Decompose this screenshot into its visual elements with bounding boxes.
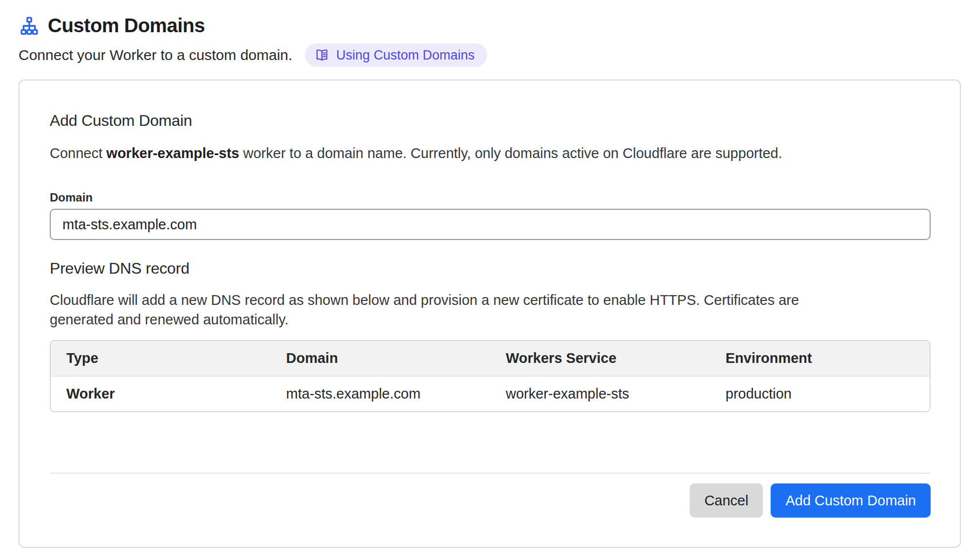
docs-link[interactable]: Using Custom Domains <box>305 43 487 67</box>
book-icon <box>315 48 329 62</box>
column-header-domain: Domain <box>271 341 491 377</box>
cell-environment: production <box>710 377 930 411</box>
column-header-workers-service: Workers Service <box>490 341 710 377</box>
table-header-row: Type Domain Workers Service Environment <box>51 341 930 377</box>
preview-dns-title: Preview DNS record <box>50 260 931 278</box>
sitemap-icon <box>20 16 39 36</box>
title-row: Custom Domains <box>20 15 961 37</box>
action-buttons: Cancel Add Custom Domain <box>50 483 931 518</box>
docs-link-label: Using Custom Domains <box>336 49 475 62</box>
column-header-environment: Environment <box>710 341 930 377</box>
worker-name: worker-example-sts <box>106 145 239 161</box>
table-row: Worker mta-sts.example.com worker-exampl… <box>51 377 930 411</box>
add-custom-domain-button[interactable]: Add Custom Domain <box>771 483 931 518</box>
description-suffix: worker to a domain name. Currently, only… <box>239 145 782 161</box>
page-header: Custom Domains Connect your Worker to a … <box>19 15 961 67</box>
page-subtitle: Connect your Worker to a custom domain. <box>19 47 292 63</box>
description-prefix: Connect <box>50 145 106 161</box>
cell-domain: mta-sts.example.com <box>271 377 491 411</box>
footer-divider <box>50 473 931 474</box>
page-title: Custom Domains <box>48 15 205 37</box>
workers-custom-domains-page: Custom Domains Connect your Worker to a … <box>0 0 975 556</box>
cell-workers-service: worker-example-sts <box>490 377 710 411</box>
add-custom-domain-card: Add Custom Domain Connect worker-example… <box>19 80 961 548</box>
dns-preview-table: Type Domain Workers Service Environment … <box>50 340 931 412</box>
domain-label: Domain <box>50 190 931 205</box>
subtitle-row: Connect your Worker to a custom domain. … <box>19 43 961 67</box>
column-header-type: Type <box>51 341 271 377</box>
cell-type: Worker <box>51 377 271 411</box>
preview-dns-description: Cloudflare will add a new DNS record as … <box>50 290 811 329</box>
domain-input[interactable] <box>50 209 931 240</box>
cancel-button[interactable]: Cancel <box>690 483 763 518</box>
card-title: Add Custom Domain <box>50 112 931 130</box>
card-description: Connect worker-example-sts worker to a d… <box>50 143 931 163</box>
